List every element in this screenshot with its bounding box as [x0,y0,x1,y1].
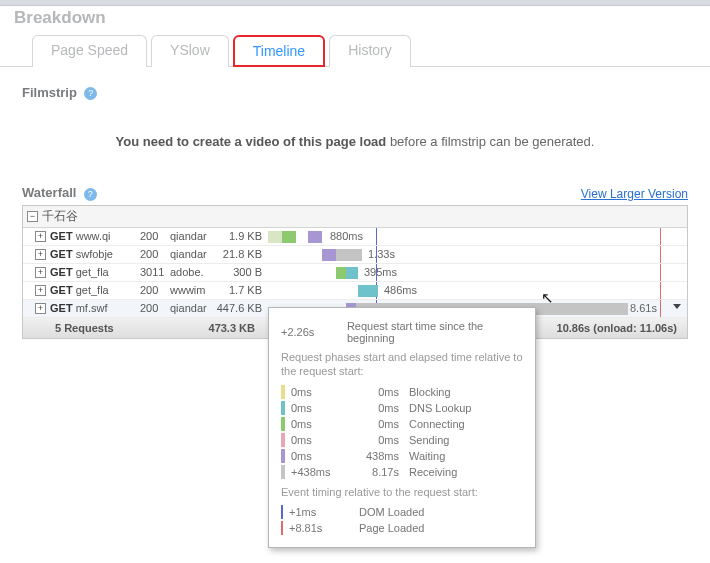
tab-bar: Page Speed YSlow Timeline History [0,34,710,67]
request-name: GET get_fla [50,266,140,278]
timing-bar [282,231,296,243]
size: 300 B [216,266,268,278]
page-loaded-line [660,246,661,263]
status-code: 200 [140,230,170,242]
timing-bar [268,231,282,243]
bar-area: 395ms [268,264,687,281]
row-time: 486ms [384,284,417,296]
timing-bar [346,267,358,279]
expand-icon[interactable]: + [35,303,46,314]
expand-icon[interactable]: + [35,285,46,296]
dropdown-icon[interactable] [673,304,681,309]
domain: qiandar [170,230,216,242]
status-code: 200 [140,284,170,296]
request-name: GET swfobje [50,248,140,260]
bar-area: 1.33s [268,246,687,263]
waterfall-label: Waterfall [22,185,76,200]
collapse-icon[interactable]: − [27,211,38,222]
waterfall-root-row[interactable]: − 千石谷 [23,206,687,228]
request-name: GET www.qi [50,230,140,242]
domain: qiandar [170,248,216,260]
dom-loaded-line [376,228,377,245]
page-loaded-line [660,282,661,299]
waterfall-row[interactable]: +GET get_fla200wwwim1.7 KB486ms [23,282,687,300]
domain: adobe. [170,266,216,278]
request-timing-tooltip: +2.26s Request start time since the begi… [268,307,536,339]
waterfall-heading: Waterfall ? [22,185,97,200]
tab-page-speed[interactable]: Page Speed [32,35,147,67]
size: 447.6 KB [216,302,268,314]
filmstrip-heading: Filmstrip ? [22,85,688,100]
section-title: Breakdown [0,6,710,34]
tab-timeline[interactable]: Timeline [233,35,325,67]
waterfall-row[interactable]: +GET swfobje200qiandar21.8 KB1.33s [23,246,687,264]
row-time: 8.61s [630,302,657,314]
waterfall-root-label: 千石谷 [42,208,78,225]
filmstrip-message: You need to create a video of this page … [22,100,688,185]
size: 1.7 KB [216,284,268,296]
bar-area: 880ms [268,228,687,245]
status-code: 200 [140,302,170,314]
filmstrip-message-bold: You need to create a video of this page … [116,134,387,149]
status-code: 3011 [140,266,170,278]
request-name: GET mf.swf [50,302,140,314]
size: 21.8 KB [216,248,268,260]
waterfall-row[interactable]: +GET get_fla3011adobe.300 B395ms [23,264,687,282]
domain: wwwim [170,284,216,296]
filmstrip-message-rest: before a filmstrip can be generated. [386,134,594,149]
bar-area: 486ms [268,282,687,299]
help-icon[interactable]: ? [84,87,97,100]
waterfall-row[interactable]: +GET www.qi200qiandar1.9 KB880ms [23,228,687,246]
page-loaded-line [660,228,661,245]
tab-yslow[interactable]: YSlow [151,35,229,67]
size: 1.9 KB [216,230,268,242]
tt-start-time: +2.26s [281,326,347,338]
expand-icon[interactable]: + [35,249,46,260]
row-time: 880ms [330,230,363,242]
view-larger-link[interactable]: View Larger Version [581,187,688,201]
summary-time: 10.86s (onload: 11.06s) [557,322,687,334]
status-code: 200 [140,248,170,260]
timing-bar [336,267,346,279]
row-time: 1.33s [368,248,395,260]
timing-bar [358,285,378,297]
request-name: GET get_fla [50,284,140,296]
timing-bar [308,231,322,243]
tab-history[interactable]: History [329,35,411,67]
filmstrip-label: Filmstrip [22,85,77,100]
summary-size: 473.3 KB [191,322,261,334]
summary-requests: 5 Requests [23,322,191,334]
timing-bar [336,249,362,261]
page-loaded-line [660,300,661,317]
expand-icon[interactable]: + [35,231,46,242]
page-loaded-line [660,264,661,281]
expand-icon[interactable]: + [35,267,46,278]
tt-start-label: Request start time since the beginning [347,320,523,339]
domain: qiandar [170,302,216,314]
help-icon[interactable]: ? [84,188,97,201]
row-time: 395ms [364,266,397,278]
timing-bar [322,249,336,261]
